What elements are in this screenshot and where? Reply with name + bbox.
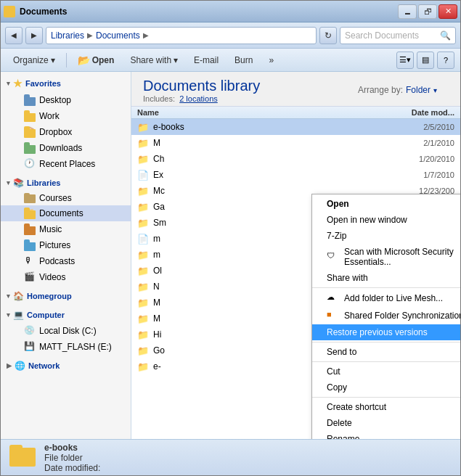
file-icon-2: 📁 <box>137 154 149 165</box>
sidebar-item-music[interactable]: Music <box>1 221 131 237</box>
sidebar-item-flash-drive[interactable]: 💾 MATT_FLASH (E:) <box>1 339 131 355</box>
maximize-button[interactable]: 🗗 <box>418 4 437 19</box>
organize-button[interactable]: Organize ▾ <box>7 52 62 69</box>
videos-icon: 🎬 <box>24 271 36 283</box>
status-bar: e-books File folder Date modified: <box>1 439 460 475</box>
recent-places-icon: 🕐 <box>24 158 36 170</box>
sidebar-item-courses[interactable]: Courses <box>1 191 131 205</box>
favorites-star-icon: ★ <box>13 78 23 89</box>
pane-button[interactable]: ▤ <box>417 52 434 69</box>
ctx-restore-previous-label: Restore previous versions <box>327 327 428 337</box>
ctx-create-shortcut[interactable]: Create shortcut <box>312 399 460 415</box>
file-icon-14: 📁 <box>137 345 149 356</box>
back-button[interactable]: ◀ <box>5 27 23 44</box>
sidebar-item-pictures[interactable]: Pictures <box>1 237 131 253</box>
libraries-header[interactable]: ▾ 📚 Libraries <box>1 175 131 191</box>
file-list-header: Name Date mod... <box>131 107 460 119</box>
file-date-2: 1/20/2010 <box>396 155 454 163</box>
ctx-restore-previous[interactable]: Restore previous versions <box>312 324 460 340</box>
computer-expand-icon: ▾ <box>7 311 10 319</box>
sidebar-item-local-disk[interactable]: 💿 Local Disk (C:) <box>1 323 131 339</box>
file-icon-1: 📁 <box>137 138 149 149</box>
email-button[interactable]: E-mail <box>187 52 225 69</box>
toolbar-separator-1 <box>66 53 67 67</box>
sidebar-item-desktop[interactable]: Desktop <box>1 92 131 108</box>
computer-section: ▾ 💻 Computer 💿 Local Disk (C:) 💾 MATT_FL… <box>1 307 131 355</box>
locations-link[interactable]: 2 locations <box>179 94 218 103</box>
column-name-header[interactable]: Name <box>137 108 396 117</box>
title-bar: Documents 🗕 🗗 ✕ <box>1 1 460 22</box>
context-menu: Open Open in new window 7-Zip ▶ 🛡 Scan w… <box>311 194 460 439</box>
sidebar-item-videos-label: Videos <box>39 272 65 282</box>
close-button[interactable]: ✕ <box>438 4 457 19</box>
address-bar: ◀ ▶ Libraries ▶ Documents ▶ ↻ Search Doc… <box>1 22 460 49</box>
share-with-button[interactable]: Share with ▾ <box>123 52 184 69</box>
network-header[interactable]: ▶ 🌐 Network <box>1 358 131 374</box>
ctx-delete[interactable]: Delete <box>312 415 460 431</box>
ctx-separator-1 <box>312 287 460 288</box>
column-date-header[interactable]: Date mod... <box>396 108 454 117</box>
sidebar-item-documents[interactable]: 📁 Documents <box>1 205 131 221</box>
ctx-add-live-mesh[interactable]: ☁ Add folder to Live Mesh... <box>312 290 460 307</box>
arrange-by-value[interactable]: Folder <box>406 85 431 95</box>
desktop-icon <box>24 94 36 106</box>
search-box[interactable]: Search Documents 🔍 <box>340 27 456 44</box>
ctx-separator-2 <box>312 342 460 342</box>
sidebar-item-documents-label: Documents <box>39 208 83 218</box>
sidebar-item-podcasts[interactable]: 🎙 Podcasts <box>1 253 131 269</box>
sidebar-item-music-label: Music <box>39 224 62 234</box>
ctx-7zip[interactable]: 7-Zip ▶ <box>312 228 460 244</box>
help-button[interactable]: ? <box>437 52 454 69</box>
view-button[interactable]: ☰▾ <box>396 52 414 69</box>
favorites-expand-icon: ▾ <box>7 80 10 87</box>
ctx-cut[interactable]: Cut <box>312 364 460 379</box>
organize-arrow-icon: ▾ <box>51 55 55 65</box>
breadcrumb-separator: ▶ <box>87 31 93 39</box>
ctx-share-with[interactable]: Share with ▶ <box>312 270 460 286</box>
sidebar-item-videos[interactable]: 🎬 Videos <box>1 269 131 285</box>
sidebar-item-courses-label: Courses <box>39 193 72 203</box>
file-row-2[interactable]: 📁 Ch 1/20/2010 <box>131 151 460 167</box>
sidebar-item-dropbox[interactable]: 📦 Dropbox <box>1 124 131 140</box>
more-button[interactable]: » <box>262 52 280 69</box>
sidebar-item-downloads[interactable]: Downloads <box>1 140 131 156</box>
breadcrumb-item-documents[interactable]: Documents <box>96 30 140 41</box>
sync-icon: ■ <box>327 310 338 321</box>
sidebar-item-recent-places[interactable]: 🕐 Recent Places <box>1 156 131 172</box>
file-icon-ebooks: 📁 <box>137 122 149 133</box>
ctx-send-to[interactable]: Send to ▶ <box>312 344 460 360</box>
homegroup-label: Homegroup <box>27 292 72 300</box>
computer-header[interactable]: ▾ 💻 Computer <box>1 307 131 323</box>
favorites-section: ▾ ★ Favorites Desktop Work 📦 Dropbox <box>1 75 131 172</box>
ctx-copy[interactable]: Copy <box>312 379 460 395</box>
ctx-rename[interactable]: Rename <box>312 431 460 439</box>
content-subtitle: Includes: 2 locations <box>143 94 449 103</box>
libraries-icon: 📚 <box>13 178 24 188</box>
ctx-shared-folder-sync[interactable]: ■ Shared Folder Synchronization ▶ <box>312 307 460 324</box>
refresh-button[interactable]: ↻ <box>319 27 337 44</box>
ctx-scan-security[interactable]: 🛡 Scan with Microsoft Security Essential… <box>312 244 460 270</box>
file-date-ebooks: 2/5/2010 <box>396 123 454 131</box>
forward-button[interactable]: ▶ <box>25 27 43 44</box>
breadcrumb-item-libraries[interactable]: Libraries <box>51 30 84 41</box>
open-button[interactable]: 📂 Open <box>71 52 121 69</box>
breadcrumb-end-arrow: ▶ <box>143 31 149 39</box>
ctx-open-new-window[interactable]: Open in new window <box>312 212 460 228</box>
favorites-header[interactable]: ▾ ★ Favorites <box>1 75 131 92</box>
window-icon <box>4 6 15 17</box>
status-item-type: File folder <box>44 453 100 463</box>
minimize-button[interactable]: 🗕 <box>398 4 417 19</box>
ctx-open[interactable]: Open <box>312 196 460 212</box>
homegroup-header[interactable]: ▾ 🏠 Homegroup <box>1 288 131 304</box>
ctx-rename-label: Rename <box>327 434 359 439</box>
file-row-1[interactable]: 📁 M 2/1/2010 <box>131 135 460 151</box>
sidebar-item-work[interactable]: Work <box>1 108 131 124</box>
file-row-3[interactable]: 📄 Ex 1/7/2010 <box>131 167 460 183</box>
file-row-ebooks[interactable]: 📁 e-books 2/5/2010 <box>131 119 460 135</box>
file-icon-3: 📄 <box>137 170 149 181</box>
burn-button[interactable]: Burn <box>228 52 259 69</box>
network-section: ▶ 🌐 Network <box>1 358 131 374</box>
breadcrumb[interactable]: Libraries ▶ Documents ▶ <box>46 27 317 44</box>
subtitle-prefix: Includes: <box>143 94 175 103</box>
file-name-2: Ch <box>153 154 392 164</box>
